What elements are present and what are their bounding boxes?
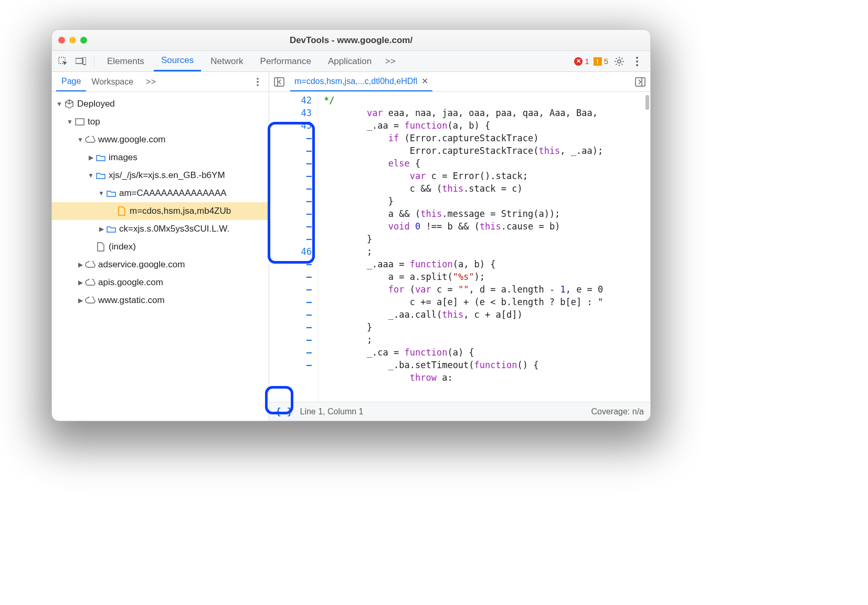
cursor-position: Line 1, Column 1 [300,407,364,416]
scrollbar-thumb[interactable] [645,95,649,110]
line-gutter[interactable]: 424345–––––––––46––––––––– [269,92,319,402]
svg-point-3 [618,60,621,63]
toggle-navigator-icon[interactable] [272,75,286,89]
tree-item-label: images [109,152,137,163]
tree-item-label: m=cdos,hsm,jsa,mb4ZUb [130,206,231,216]
code-editor[interactable]: 424345–––––––––46––––––––– */ var eaa, n… [269,92,650,402]
coverage-status: Coverage: n/a [591,407,644,416]
tree-item[interactable]: m=cdos,hsm,jsa,mb4ZUb [52,202,269,220]
svg-rect-1 [76,58,82,64]
close-tab-icon[interactable]: ✕ [421,76,428,86]
svg-point-8 [257,81,259,83]
svg-rect-10 [76,119,84,125]
tree-item[interactable]: ▶www.gstatic.com [52,291,269,309]
toggle-debugger-icon[interactable] [633,75,647,89]
subtabs-overflow[interactable]: >> [141,72,161,91]
svg-point-7 [257,78,259,80]
subtab-page[interactable]: Page [56,72,86,91]
tree-item-label: ck=xjs.s.0Mx5ys3sCUI.L.W. [119,224,229,234]
window-close-button[interactable] [58,37,65,44]
file-tabstrip: m=cdos,hsm,jsa,...c,dtl0hd,eHDfl ✕ [269,72,650,92]
tab-sources[interactable]: Sources [154,51,201,71]
device-toolbar-icon[interactable] [73,54,89,69]
file-tab-label: m=cdos,hsm,jsa,...c,dtl0hd,eHDfl [294,77,417,86]
navigator-pane: Page Workspace >> ▼Deployed▼top▼www.goog… [52,72,269,421]
code-area[interactable]: */ var eaa, naa, jaa, oaa, paa, qaa, Aaa… [319,92,650,402]
tree-item[interactable]: ▼xjs/_/js/k=xjs.s.en_GB.-b6YM [52,166,269,184]
tree-item[interactable]: ▼www.google.com [52,131,269,149]
statusbar: { } Line 1, Column 1 Coverage: n/a [269,402,650,421]
error-badge[interactable]: ✕ 1 [574,57,589,66]
tree-item[interactable]: ▶adservice.google.com [52,256,269,274]
tab-performance[interactable]: Performance [253,51,319,71]
pretty-print-icon[interactable]: { } [276,406,293,417]
tree-item[interactable]: ▼am=CAAAAAAAAAAAAAA [52,184,269,202]
file-tab[interactable]: m=cdos,hsm,jsa,...c,dtl0hd,eHDfl ✕ [290,72,432,91]
svg-point-6 [636,64,638,66]
tree-item-label: top [88,117,100,127]
tree-root[interactable]: ▼Deployed [52,95,269,113]
tabs-overflow[interactable]: >> [381,51,400,71]
tree-item-label: xjs/_/js/k=xjs.s.en_GB.-b6YM [109,170,225,181]
window-maximize-button[interactable] [80,37,87,44]
warning-count: 5 [604,57,608,66]
file-tree: ▼Deployed▼top▼www.google.com▶images▼xjs/… [52,92,269,421]
tree-item[interactable]: ▶images [52,149,269,166]
window-minimize-button[interactable] [69,37,76,44]
navigator-subtabs: Page Workspace >> [52,72,269,92]
main-tabstrip: Elements Sources Network Performance App… [52,51,650,72]
source-pane: m=cdos,hsm,jsa,...c,dtl0hd,eHDfl ✕ 42434… [269,72,650,421]
settings-icon[interactable] [612,55,626,68]
tab-network[interactable]: Network [203,51,250,71]
tab-application[interactable]: Application [321,51,379,71]
warning-badge[interactable]: ! 5 [594,57,608,66]
tree-item-label: apis.google.com [98,277,163,288]
tree-item[interactable]: (index) [52,238,269,256]
subtab-workspace[interactable]: Workspace [86,72,139,91]
tree-item-label: www.gstatic.com [98,295,165,306]
inspect-icon[interactable] [55,54,71,69]
navigator-menu-icon[interactable] [251,75,264,89]
tree-item-label: www.google.com [98,134,166,145]
kebab-menu-icon[interactable] [630,55,644,68]
svg-point-4 [636,57,638,59]
tab-elements[interactable]: Elements [100,51,152,71]
tree-item[interactable]: ▼top [52,113,269,131]
svg-rect-2 [83,57,86,65]
tree-item-label: am=CAAAAAAAAAAAAAA [119,188,227,199]
tree-item-label: adservice.google.com [98,259,185,270]
svg-point-9 [257,84,259,86]
svg-point-5 [636,60,638,62]
window-title: DevTools - www.google.com/ [52,35,650,46]
warning-icon: ! [594,57,602,66]
tree-item[interactable]: ▶apis.google.com [52,274,269,291]
error-icon: ✕ [574,57,583,66]
titlebar: DevTools - www.google.com/ [52,30,650,51]
tree-item-label: (index) [109,242,136,252]
tree-item[interactable]: ▶ck=xjs.s.0Mx5ys3sCUI.L.W. [52,220,269,238]
error-count: 1 [585,57,589,66]
